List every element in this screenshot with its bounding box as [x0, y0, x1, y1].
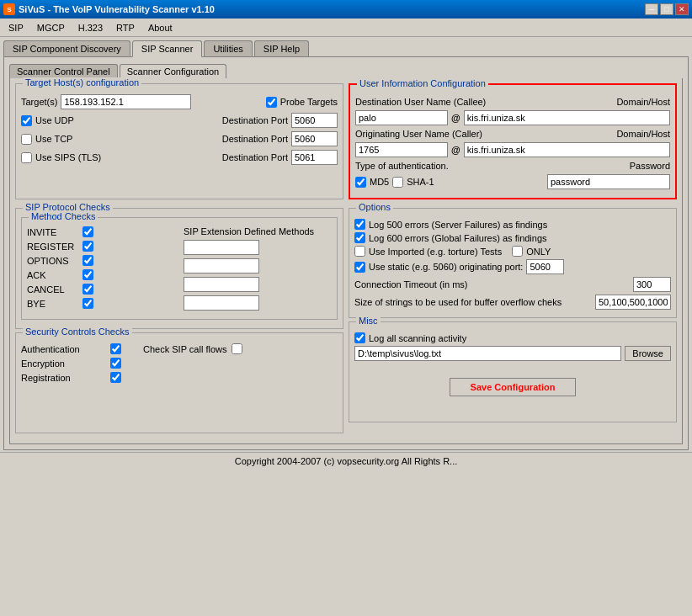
- method-options: OPTIONS: [27, 255, 178, 266]
- static-port-label: Use static (e.g. 5060) originating port:: [369, 262, 523, 272]
- use-tcp-checkbox[interactable]: [21, 134, 32, 145]
- ext-method-input4[interactable]: [184, 295, 259, 311]
- tab-scanner-config[interactable]: Scanner Configuration: [120, 64, 226, 78]
- log500-checkbox[interactable]: [354, 219, 365, 230]
- menu-about[interactable]: About: [141, 21, 179, 35]
- use-sips-checkbox[interactable]: [21, 152, 32, 163]
- options-checkbox[interactable]: [83, 255, 93, 266]
- menu-mgcp[interactable]: MGCP: [30, 21, 72, 35]
- register-checkbox[interactable]: [83, 241, 93, 252]
- cancel-checkbox[interactable]: [83, 284, 93, 295]
- dest-port-input2[interactable]: [291, 131, 338, 146]
- encrypt-label: Encryption: [21, 358, 105, 369]
- imported-checkbox[interactable]: [354, 246, 365, 257]
- tab-sip-scanner[interactable]: SIP Scanner: [132, 40, 203, 57]
- static-port-checkbox[interactable]: [354, 262, 365, 273]
- conn-timeout-input[interactable]: [633, 277, 671, 292]
- options-group: Options Log 500 errors (Server Failures)…: [349, 208, 677, 318]
- check-sip-label: Check SIP call flows: [143, 344, 226, 354]
- buffer-input[interactable]: [595, 295, 671, 310]
- probe-targets-label: Probe Targets: [280, 97, 338, 107]
- buffer-row: Size of strings to be used for buffer ov…: [354, 295, 671, 310]
- ext-method-input3[interactable]: [184, 277, 259, 292]
- maximize-button[interactable]: □: [660, 3, 673, 15]
- methods-col: INVITE REGISTER OPTIONS: [27, 226, 178, 314]
- sha1-label: SHA-1: [407, 177, 434, 187]
- security-checks-title: Security Controls Checks: [23, 327, 132, 337]
- auth-labels-row: Type of authentication. Password: [355, 161, 670, 171]
- log600-row: Log 600 errors (Global Failures) as find…: [354, 232, 671, 243]
- check-sip-checkbox[interactable]: [232, 343, 242, 354]
- dest-port-input1[interactable]: [291, 113, 338, 128]
- at-sign-2: @: [451, 145, 460, 155]
- save-config-button[interactable]: Save Configuration: [450, 378, 577, 396]
- dest-port-input3[interactable]: [291, 150, 338, 165]
- tab-scanner-control[interactable]: Scanner Control Panel: [9, 64, 118, 78]
- method-cancel: CANCEL: [27, 284, 178, 295]
- method-bye: BYE: [27, 298, 178, 309]
- method-register: REGISTER: [27, 241, 178, 252]
- log600-checkbox[interactable]: [354, 232, 365, 243]
- method-invite: INVITE: [27, 226, 178, 237]
- ext-method-input1[interactable]: [184, 240, 259, 255]
- tcp-row: Use TCP Destination Port: [21, 131, 338, 146]
- log-path-input[interactable]: [354, 346, 621, 361]
- ext-method-input2[interactable]: [184, 258, 259, 273]
- auth-check-label: Authentication: [21, 344, 105, 354]
- tcp-label: Use TCP: [35, 134, 103, 144]
- tab-utilities[interactable]: Utilities: [204, 40, 252, 56]
- orig-domain-input[interactable]: [464, 142, 670, 157]
- dest-port-label3: Destination Port: [222, 152, 288, 162]
- dest-user-input[interactable]: [355, 110, 448, 125]
- use-udp-checkbox[interactable]: [21, 115, 32, 126]
- register-label: REGISTER: [27, 242, 77, 252]
- method-checks-group: Method Checks INVITE REGISTER: [21, 217, 338, 320]
- sips-label: Use SIPS (TLS): [35, 152, 103, 162]
- ack-label: ACK: [27, 270, 77, 280]
- main-content: Scanner Control Panel Scanner Configurat…: [3, 56, 689, 450]
- log-activity-label: Log all scanning activity: [369, 333, 466, 343]
- static-port-input[interactable]: [526, 259, 564, 274]
- conn-timeout-label: Connection Timeout (in ms): [354, 279, 630, 289]
- menu-h323[interactable]: H.323: [72, 21, 109, 35]
- static-port-row: Use static (e.g. 5060) originating port:: [354, 259, 671, 274]
- bottom-section: SIP Protocol Checks Method Checks INVITE: [15, 208, 677, 438]
- dest-user-labels-row: Destination User Name (Callee) Domain/Ho…: [355, 97, 670, 107]
- dest-domain-input[interactable]: [464, 110, 670, 125]
- minimize-button[interactable]: ─: [645, 3, 658, 15]
- md5-checkbox[interactable]: [355, 177, 366, 188]
- orig-user-labels-row: Originating User Name (Caller) Domain/Ho…: [355, 129, 670, 139]
- invite-label: INVITE: [27, 227, 77, 237]
- sha1-checkbox[interactable]: [392, 177, 403, 188]
- log-activity-checkbox[interactable]: [354, 332, 365, 343]
- auth-check-checkbox[interactable]: [110, 343, 121, 354]
- target-input[interactable]: [61, 94, 191, 109]
- dest-port-label1: Destination Port: [222, 115, 288, 125]
- footer-text: Copyright 2004-2007 (c) vopsecurity.org …: [235, 456, 458, 466]
- browse-button[interactable]: Browse: [625, 346, 671, 361]
- options-title: Options: [356, 202, 393, 212]
- main-tab-bar: SIP Component Discovery SIP Scanner Util…: [0, 37, 692, 56]
- password-input[interactable]: [547, 174, 670, 189]
- udp-row: Use UDP Destination Port: [21, 113, 338, 128]
- ack-checkbox[interactable]: [83, 269, 93, 280]
- tab-component-discovery[interactable]: SIP Component Discovery: [3, 40, 130, 56]
- log500-label: Log 500 errors (Server Failures) as find…: [369, 220, 547, 230]
- only-checkbox[interactable]: [512, 246, 523, 257]
- target-row: Target(s) Probe Targets: [21, 94, 338, 109]
- invite-checkbox[interactable]: [83, 226, 93, 237]
- menu-sip[interactable]: SIP: [2, 21, 30, 35]
- menu-rtp[interactable]: RTP: [109, 21, 141, 35]
- encrypt-checkbox[interactable]: [110, 358, 121, 369]
- probe-targets-checkbox[interactable]: [266, 97, 277, 108]
- user-info-title: User Information Configuration: [357, 78, 488, 88]
- password-label: Password: [630, 161, 670, 171]
- dest-domain-label: Domain/Host: [616, 97, 670, 107]
- close-button[interactable]: ✕: [675, 3, 689, 15]
- bye-checkbox[interactable]: [83, 298, 93, 309]
- orig-user-input[interactable]: [355, 142, 448, 157]
- auth-check-row: Authentication Check SIP call flows: [21, 343, 338, 354]
- tab-sip-help[interactable]: SIP Help: [254, 40, 309, 56]
- misc-group: Misc Log all scanning activity Browse Sa…: [349, 321, 677, 422]
- reg-checkbox[interactable]: [110, 372, 121, 383]
